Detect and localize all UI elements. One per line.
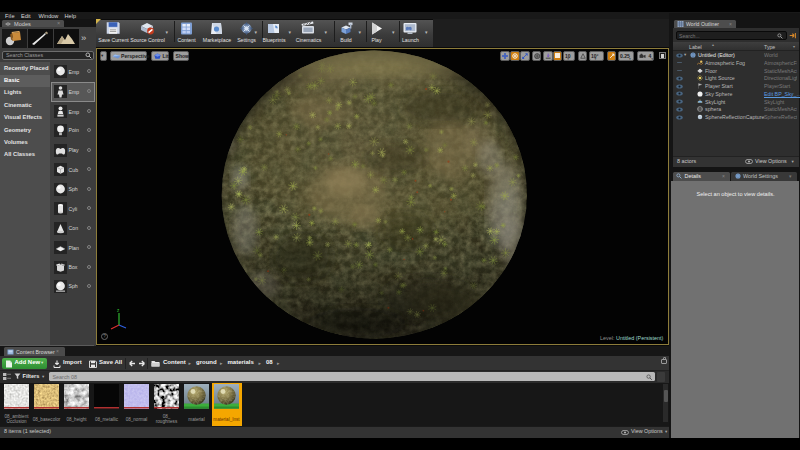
svg-text:z: z <box>117 308 120 313</box>
